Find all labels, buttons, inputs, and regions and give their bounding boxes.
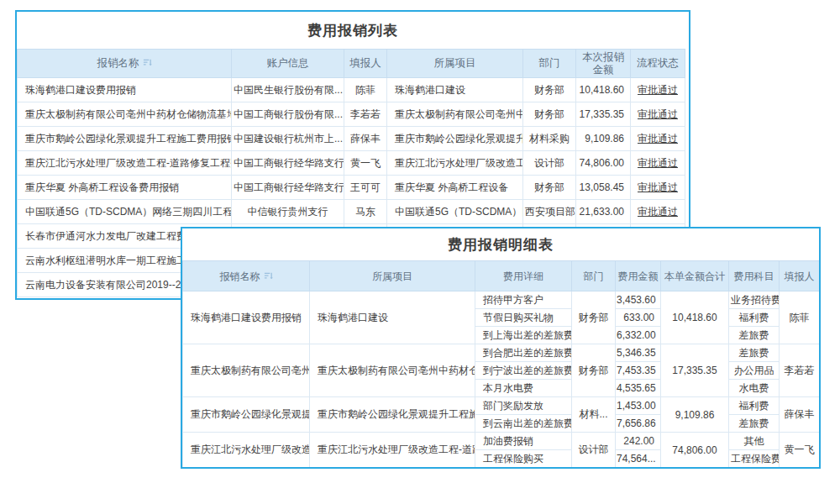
expense-name-link[interactable]: 重庆江北污水处理厂级改造工程-道路修复工程费用... [18, 151, 232, 176]
expense-category: 水电费 [729, 380, 780, 397]
item-amount: 7,656.86 [616, 415, 661, 433]
project-link[interactable]: 重庆太极制药有限公司亳州中... [387, 102, 523, 127]
expense-category: 差旅费 [729, 344, 780, 362]
expense-name-link[interactable]: 珠海鹤港口建设费用报销 [18, 78, 232, 102]
list-header-label-name: 报销名称 [97, 57, 139, 69]
sort-icon[interactable] [264, 271, 273, 281]
detail-header-label-reporter: 填报人 [785, 270, 815, 282]
department: 财务部 [523, 176, 576, 200]
expense-list-row: 珠海鹤港口建设费用报销中国民生银行股份有限...陈菲珠海鹤港口建设财务部10,4… [18, 78, 685, 102]
status-link[interactable]: 审批通过 [631, 200, 685, 224]
list-header-label-reporter: 填报人 [349, 57, 381, 69]
item-amount: 5,346.35 [616, 344, 661, 362]
bill-total-amount: 10,418.60 [661, 291, 729, 344]
reporter-link[interactable]: 陈菲 [344, 78, 387, 102]
reporter-link[interactable]: 薛保丰 [344, 127, 387, 151]
account-info: 中国工商银行经华路支行 [232, 151, 344, 176]
detail-header-reporter: 填报人 [780, 261, 820, 291]
expense-list-header: 报销名称账户信息填报人所属项目部门本次报销金额流程状态 [18, 50, 685, 78]
item-amount: 7,453.35 [616, 362, 661, 380]
bill-total-amount: 9,109.86 [661, 397, 729, 433]
list-header-label-account: 账户信息 [267, 57, 309, 69]
detail-reporter-link[interactable]: 薛保丰 [780, 397, 820, 433]
list-header-status: 流程状态 [631, 50, 685, 78]
claim-amount: 21,633.00 [576, 200, 631, 224]
detail-header-name[interactable]: 报销名称 [183, 261, 310, 291]
reporter-link[interactable]: 王可可 [344, 176, 387, 200]
expense-name-link[interactable]: 中国联通5G（TD-SCDMA）网络三期四川工程费... [18, 200, 232, 224]
department: 财务部 [523, 78, 576, 102]
detail-reporter-link[interactable]: 黄一飞 [780, 433, 820, 468]
claim-amount: 9,109.86 [576, 127, 631, 151]
reporter-link[interactable]: 李若若 [344, 102, 387, 127]
detail-header-amount: 费用金额 [616, 261, 661, 291]
detail-project-link[interactable]: 重庆太极制药有限公司亳州中药材仓储物流基地 [310, 344, 475, 397]
expense-category: 工程保险费 [729, 450, 780, 468]
list-header-label-status: 流程状态 [637, 57, 679, 69]
expense-item: 到宁波出差的差旅费 [475, 362, 572, 380]
bill-total-amount: 74,806.00 [661, 433, 729, 468]
project-link[interactable]: 重庆华夏 外高桥工程设备 [387, 176, 523, 200]
detail-reporter-link[interactable]: 李若若 [780, 344, 820, 397]
detail-header-total: 本单金额合计 [661, 261, 729, 291]
detail-project-link[interactable]: 重庆市鹅岭公园绿化景观提升工程施工 [310, 397, 475, 433]
expense-detail-title: 费用报销明细表 [182, 228, 819, 260]
item-amount: 633.00 [616, 309, 661, 327]
reporter-link[interactable]: 黄一飞 [344, 151, 387, 176]
list-header-amount: 本次报销金额 [576, 50, 631, 78]
item-amount: 6,332.00 [616, 327, 661, 344]
status-link[interactable]: 审批通过 [631, 127, 685, 151]
claim-amount: 13,058.45 [576, 176, 631, 200]
detail-name-link[interactable]: 珠海鹤港口建设费用报销 [183, 291, 310, 344]
expense-item: 到合肥出差的差旅费 [475, 344, 572, 362]
expense-detail-row: 重庆太极制药有限公司亳州中药材仓储物流基地项目重庆太极制药有限公司亳州中药材仓储… [183, 344, 820, 362]
detail-header-category: 费用科目 [729, 261, 780, 291]
detail-department: 材料... [572, 397, 616, 433]
expense-name-link[interactable]: 重庆华夏 外高桥工程设备费用报销 [18, 176, 232, 200]
detail-name-link[interactable]: 重庆太极制药有限公司亳州中药材仓储物流基地项目 [183, 344, 310, 397]
expense-list-row: 中国联通5G（TD-SCDMA）网络三期四川工程费...中信银行贵州支行马东中国… [18, 200, 685, 224]
project-link[interactable]: 重庆市鹅岭公园绿化景观提升... [387, 127, 523, 151]
detail-header-label-amount: 费用金额 [618, 270, 659, 282]
detail-header-label-category: 费用科目 [734, 270, 774, 282]
list-header-name[interactable]: 报销名称 [18, 50, 232, 78]
claim-amount: 17,335.35 [576, 102, 631, 127]
expense-category: 差旅费 [729, 415, 780, 433]
project-link[interactable]: 中国联通5G（TD-SCDMA）网... [387, 200, 523, 224]
item-amount: 1,453.00 [616, 397, 661, 415]
expense-category: 其他 [729, 433, 780, 450]
list-header-project: 所属项目 [387, 50, 523, 78]
sort-icon[interactable] [143, 58, 152, 67]
reporter-link[interactable]: 马东 [344, 200, 387, 224]
status-link[interactable]: 审批通过 [631, 102, 685, 127]
project-link[interactable]: 重庆江北污水处理厂级改造工... [387, 151, 523, 176]
expense-list-title: 费用报销列表 [17, 12, 689, 49]
detail-department: 财务部 [572, 291, 616, 344]
detail-header-label-name: 报销名称 [220, 270, 260, 282]
item-amount: 74,564... [616, 450, 661, 468]
expense-item: 节假日购买礼物 [475, 309, 572, 327]
expense-item: 到云南出差的差旅费 [475, 415, 572, 433]
detail-project-link[interactable]: 重庆江北污水处理厂级改造工程-道路修复工程 [310, 433, 475, 468]
account-info: 中信银行贵州支行 [232, 200, 344, 224]
detail-project-link[interactable]: 珠海鹤港口建设 [310, 291, 475, 344]
detail-header-label-detail: 费用详细 [503, 270, 543, 282]
expense-item: 部门奖励发放 [475, 397, 572, 415]
expense-name-link[interactable]: 重庆市鹅岭公园绿化景观提升工程施工费用报销 [18, 127, 232, 151]
detail-reporter-link[interactable]: 陈菲 [780, 291, 820, 344]
expense-item: 工程保险购买 [475, 450, 572, 468]
status-link[interactable]: 审批通过 [631, 176, 685, 200]
list-header-label-dept: 部门 [539, 57, 560, 69]
department: 财务部 [523, 102, 576, 127]
expense-item: 加油费报销 [475, 433, 572, 450]
status-link[interactable]: 审批通过 [631, 78, 685, 102]
detail-name-link[interactable]: 重庆市鹅岭公园绿化景观提升工程施工费用报销 [183, 397, 310, 433]
project-link[interactable]: 珠海鹤港口建设 [387, 78, 523, 102]
account-info: 中国民生银行股份有限... [232, 78, 344, 102]
expense-name-link[interactable]: 重庆太极制药有限公司亳州中药材仓储物流基地项... [18, 102, 232, 127]
expense-category: 福利费 [729, 309, 780, 327]
detail-name-link[interactable]: 重庆江北污水处理厂级改造工程-道路修复工程费用报销 [183, 433, 310, 468]
status-link[interactable]: 审批通过 [631, 151, 685, 176]
detail-department: 设计部 [572, 433, 616, 468]
detail-header-detail: 费用详细 [475, 261, 572, 291]
